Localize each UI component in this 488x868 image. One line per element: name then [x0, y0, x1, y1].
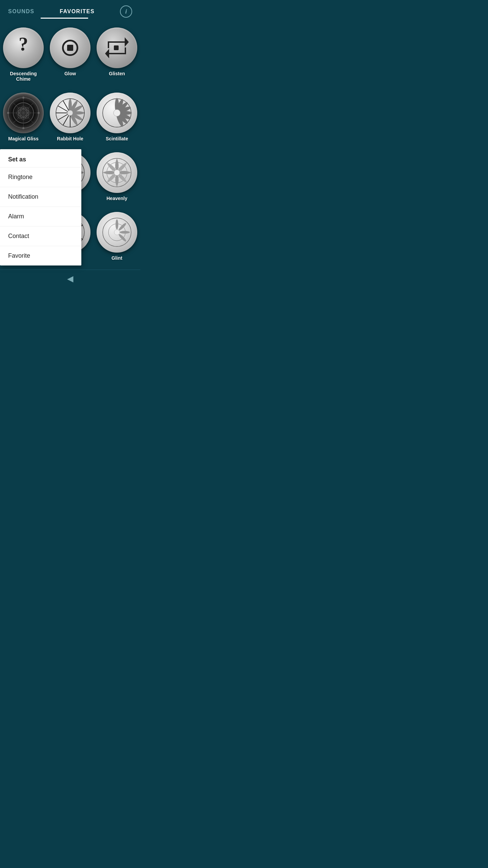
svg-point-77	[118, 222, 127, 231]
sound-circle-glow	[50, 27, 90, 68]
sound-item-descending-chime[interactable]: ? DescendingChime	[0, 22, 47, 87]
tab-sounds[interactable]: SOUNDS	[8, 8, 34, 15]
sound-circle-heavenly	[97, 152, 137, 193]
svg-point-12	[38, 112, 40, 114]
sound-label-rabbit-hole: Rabbit Hole	[57, 136, 83, 141]
sound-label-scintillate: Scintillate	[106, 136, 128, 141]
sound-label-glint: Glint	[111, 255, 122, 261]
question-icon: ?	[10, 34, 37, 61]
sound-label-magical-gliss: Magical Gliss	[8, 136, 38, 141]
context-menu-header: Set as	[0, 149, 81, 167]
svg-point-76	[116, 219, 118, 230]
svg-point-57	[114, 170, 120, 175]
sound-item-magical-gliss[interactable]: Magical Gliss	[0, 87, 47, 147]
mandala-magical-icon	[6, 96, 40, 130]
sound-label-heavenly: Heavenly	[106, 196, 127, 201]
menu-item-favorite[interactable]: Favorite	[0, 246, 81, 265]
mandala-rabbit-icon	[53, 96, 87, 130]
svg-text:?: ?	[19, 34, 28, 55]
svg-point-36	[67, 110, 73, 116]
sound-item-rabbit-hole[interactable]: Rabbit Hole	[47, 87, 94, 147]
mandala-glint-icon	[100, 215, 134, 249]
sound-item-glint[interactable]: Glint	[94, 206, 140, 266]
sound-label-glow: Glow	[64, 71, 76, 76]
sound-item-glow[interactable]: Glow	[47, 22, 94, 87]
svg-point-46	[114, 110, 120, 116]
svg-point-10	[22, 127, 24, 129]
menu-item-contact[interactable]: Contact	[0, 226, 81, 246]
svg-rect-1	[114, 45, 119, 50]
info-icon: i	[125, 8, 127, 15]
svg-point-78	[120, 231, 130, 234]
repeat-icon	[105, 36, 129, 60]
sound-item-scintillate[interactable]: Scintillate	[94, 87, 140, 147]
sound-circle-glisten	[97, 27, 137, 68]
sound-label-glisten: Glisten	[109, 71, 125, 76]
stop-icon	[62, 40, 78, 56]
sound-item-heavenly[interactable]: Heavenly	[94, 147, 140, 206]
svg-point-11	[7, 112, 9, 114]
sound-circle-magical-gliss	[3, 93, 44, 133]
tab-favorites[interactable]: FAVORITES	[60, 8, 95, 15]
mandala-scintillate-icon	[100, 96, 134, 130]
sound-circle-scintillate	[97, 93, 137, 133]
sound-circle-rabbit-hole	[50, 93, 90, 133]
svg-point-80	[114, 230, 120, 235]
menu-item-notification[interactable]: Notification	[0, 187, 81, 206]
header: SOUNDS FAVORITES i	[0, 0, 140, 19]
stop-square	[67, 45, 73, 51]
sound-label-descending-chime: DescendingChime	[10, 71, 37, 82]
menu-item-ringtone[interactable]: Ringtone	[0, 167, 81, 187]
svg-point-79	[118, 233, 127, 242]
mandala-heavenly-icon	[100, 156, 134, 190]
sound-circle-glint	[97, 212, 137, 253]
back-button[interactable]: ◀	[63, 273, 77, 285]
svg-point-9	[22, 97, 24, 99]
sound-circle-descending-chime: ?	[3, 27, 44, 68]
menu-item-alarm[interactable]: Alarm	[0, 206, 81, 226]
sound-item-glisten[interactable]: Glisten	[94, 22, 140, 87]
bottom-nav: ◀	[0, 270, 140, 288]
tab-bar: SOUNDS FAVORITES i	[0, 0, 140, 18]
context-menu: Set as Ringtone Notification Alarm Conta…	[0, 149, 81, 265]
info-button[interactable]: i	[120, 5, 132, 18]
